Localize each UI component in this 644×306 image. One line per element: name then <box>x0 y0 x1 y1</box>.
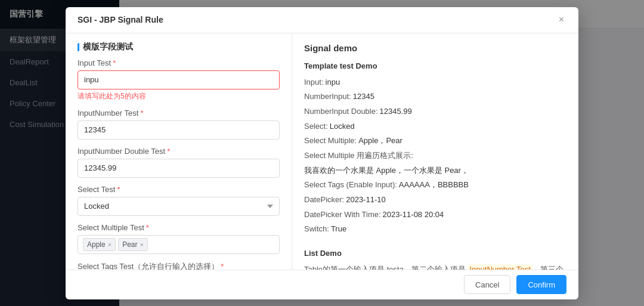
list-demo-title: List Demo <box>304 249 566 258</box>
select-tags-required: * <box>221 262 224 270</box>
demo-row-select-multiple-loop: Select Multiple 用遍历格式展示: 我喜欢的一个水果是 Apple… <box>304 149 566 178</box>
select-tags-label: Select Tags Test（允许自行输入的选择） * <box>78 261 280 270</box>
template-demo-section: Template test Demo Input: inpu NumberInp… <box>304 61 566 237</box>
input-number-double-field[interactable] <box>78 159 280 178</box>
demo-row-datepicker: DatePicker: 2023-11-10 <box>304 193 566 208</box>
modal-body: 横版字段测试 Input Test * 请填写此处为5的内容 InputNumb… <box>66 33 578 270</box>
input-number-double-required: * <box>167 147 170 156</box>
demo-row-numberinput: NumberInput: 12345 <box>304 89 566 104</box>
modal-header: SGI - JBP Signal Rule × <box>66 7 578 33</box>
select-multiple-group: Select Multiple Test * Apple × Pear × <box>66 223 292 261</box>
demo-row-select: Select: Locked <box>304 119 566 134</box>
tag-pear-close[interactable]: × <box>140 241 144 248</box>
select-test-field[interactable]: Locked Unlocked <box>78 197 280 216</box>
modal-overlay: SGI - JBP Signal Rule × 横版字段测试 Input Tes… <box>0 0 644 306</box>
demo-row-switch: Switch: True <box>304 222 566 237</box>
input-test-label: Input Test * <box>78 58 280 67</box>
demo-row-select-tags: Select Tags (Enable Input): AAAAAA，BBBBB… <box>304 178 566 193</box>
modal-title: SGI - JBP Signal Rule <box>78 15 163 24</box>
input-test-group: Input Test * 请填写此处为5的内容 <box>66 58 292 109</box>
list-demo-section: List Demo Table的第一个输入项是 testa，第二个输入项是 In… <box>304 249 566 269</box>
select-multiple-field[interactable]: Apple × Pear × <box>78 235 280 254</box>
form-panel: 横版字段测试 Input Test * 请填写此处为5的内容 InputNumb… <box>66 33 292 270</box>
input-test-error: 请填写此处为5的内容 <box>78 91 280 101</box>
list-demo-row-0: Table的第一个输入项是 testa，第二个输入项是 InputNumber … <box>304 262 566 269</box>
select-multiple-required: * <box>146 223 149 232</box>
modal-footer: Cancel Confirm <box>66 270 578 299</box>
form-section-title: 横版字段测试 <box>66 33 292 58</box>
select-test-label: Select Test * <box>78 185 280 194</box>
demo-panel: Signal demo Template test Demo Input: in… <box>292 33 578 270</box>
modal-container: SGI - JBP Signal Rule × 横版字段测试 Input Tes… <box>66 7 578 299</box>
template-demo-title: Template test Demo <box>304 61 566 70</box>
demo-row-select-multiple: Select Multiple: Apple，Pear <box>304 134 566 149</box>
input-test-field[interactable] <box>78 70 280 89</box>
demo-title: Signal demo <box>304 43 566 53</box>
input-test-required: * <box>113 58 116 67</box>
select-test-group: Select Test * Locked Unlocked <box>66 185 292 223</box>
demo-row-datepicker-time: DatePicker With Time: 2023-11-08 20:04 <box>304 208 566 222</box>
modal-close-button[interactable]: × <box>556 13 566 27</box>
demo-row-input: Input: inpu <box>304 75 566 90</box>
tag-apple-close[interactable]: × <box>108 241 112 248</box>
demo-row-numberinput-double: NumberInput Double: 12345.99 <box>304 104 566 119</box>
confirm-button[interactable]: Confirm <box>516 275 566 294</box>
cancel-button[interactable]: Cancel <box>464 275 510 294</box>
select-test-required: * <box>117 185 120 194</box>
input-number-test-group: InputNumber Test * <box>66 109 292 147</box>
tag-pear: Pear × <box>118 238 148 251</box>
input-number-double-label: InputNumber Double Test * <box>78 147 280 156</box>
input-number-test-field[interactable] <box>78 120 280 140</box>
input-number-required: * <box>140 109 143 118</box>
select-tags-group: Select Tags Test（允许自行输入的选择） * AAAAAA × B… <box>66 261 292 270</box>
tag-apple: Apple × <box>83 238 116 251</box>
select-multiple-label: Select Multiple Test * <box>78 223 280 232</box>
input-number-double-group: InputNumber Double Test * <box>66 147 292 185</box>
input-number-test-label: InputNumber Test * <box>78 109 280 118</box>
